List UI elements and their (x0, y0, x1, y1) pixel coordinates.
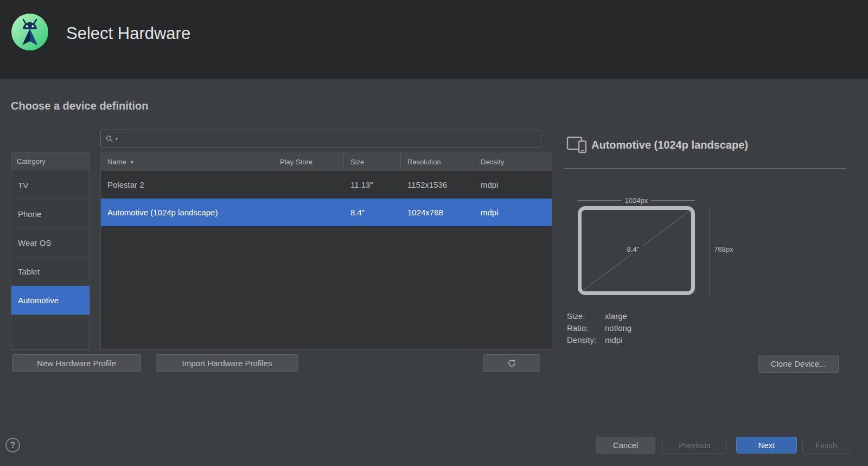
device-definition-icon (566, 136, 588, 154)
category-item-wear-os[interactable]: Wear OS (11, 228, 90, 257)
cell-size: 11.13" (344, 180, 401, 189)
category-list: Category TV Phone Wear OS Tablet Automot… (11, 152, 90, 350)
cell-density: mdpi (474, 208, 552, 217)
device-row-automotive-1024p[interactable]: Automotive (1024p landscape) 8.4" 1024x7… (101, 199, 552, 226)
cell-name: Automotive (1024p landscape) (101, 208, 273, 217)
height-dimension-line (710, 206, 710, 295)
refresh-icon (507, 359, 516, 368)
width-label: 1024px (625, 196, 648, 205)
category-item-phone[interactable]: Phone (11, 200, 90, 228)
sort-desc-icon: ▼ (130, 154, 135, 171)
category-item-tv[interactable]: TV (11, 171, 90, 200)
title-bar: Select Hardware (0, 0, 868, 79)
clone-device-button[interactable]: Clone Device... (758, 355, 839, 373)
device-table-header: Name ▼ Play Store Size Resolution Densit… (101, 153, 552, 171)
next-button[interactable]: Next (736, 437, 797, 454)
device-row-polestar-2[interactable]: Polestar 2 11.13" 1152x1536 mdpi (101, 171, 552, 199)
diagonal-size-label: 8.4" (624, 245, 643, 254)
detail-divider (564, 168, 846, 169)
cell-resolution: 1024x768 (401, 208, 474, 217)
screen-diagram: 8.4" (578, 206, 695, 295)
column-header-size[interactable]: Size (344, 153, 401, 171)
selected-device-title: Automotive (1024p landscape) (591, 139, 748, 151)
column-header-play-store[interactable]: Play Store (273, 153, 344, 171)
device-search-field[interactable]: ▼ (100, 130, 540, 148)
column-header-density[interactable]: Density (474, 153, 552, 171)
section-title: Choose a device definition (11, 100, 148, 112)
footer-bar: ? Cancel Previous Next Finish (0, 431, 868, 466)
cancel-button[interactable]: Cancel (596, 437, 655, 454)
cell-density: mdpi (474, 180, 552, 189)
cell-name: Polestar 2 (101, 180, 273, 189)
new-hardware-profile-button[interactable]: New Hardware Profile (12, 354, 141, 372)
cell-resolution: 1152x1536 (401, 180, 474, 189)
refresh-button[interactable] (483, 354, 540, 372)
column-header-resolution[interactable]: Resolution (401, 153, 474, 171)
question-mark-icon: ? (10, 441, 16, 450)
device-specs: Size:xlarge Ratio:notlong Density:mdpi (567, 310, 631, 346)
column-header-name[interactable]: Name ▼ (101, 153, 273, 171)
height-label: 768px (714, 245, 733, 253)
help-button[interactable]: ? (5, 438, 20, 452)
category-item-tablet[interactable]: Tablet (11, 257, 90, 286)
category-item-automotive[interactable]: Automotive (11, 286, 90, 315)
search-input[interactable] (122, 130, 540, 148)
import-hardware-profiles-button[interactable]: Import Hardware Profiles (156, 354, 298, 372)
cell-size: 8.4" (344, 208, 401, 217)
select-hardware-dialog: Select Hardware Choose a device definiti… (0, 0, 868, 466)
search-icon: ▼ (105, 135, 119, 143)
search-options-caret-icon: ▼ (114, 137, 119, 142)
width-dimension: 1024px (578, 196, 695, 205)
category-header: Category (11, 153, 90, 171)
spec-size: Size:xlarge (567, 310, 631, 322)
spec-ratio: Ratio:notlong (567, 322, 631, 334)
finish-button[interactable]: Finish (802, 437, 850, 454)
device-table: Name ▼ Play Store Size Resolution Densit… (100, 152, 552, 350)
dialog-title: Select Hardware (66, 24, 190, 43)
previous-button[interactable]: Previous (662, 437, 727, 454)
spec-density: Density:mdpi (567, 334, 631, 346)
android-studio-logo-icon (10, 12, 49, 52)
